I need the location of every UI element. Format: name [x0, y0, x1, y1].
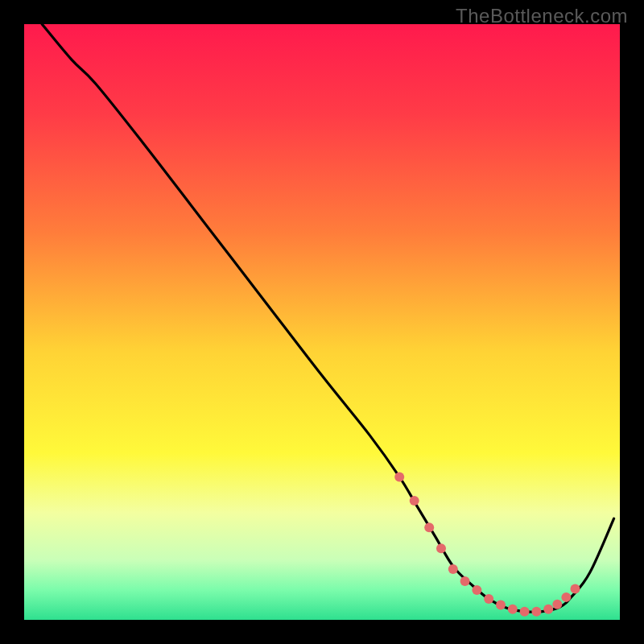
highlight-dot: [496, 601, 506, 610]
chart-frame: TheBottleneck.com: [0, 0, 644, 644]
bottleneck-curve: [42, 24, 613, 612]
highlight-dot: [543, 605, 553, 614]
watermark-text: TheBottleneck.com: [456, 5, 628, 27]
highlight-dot: [410, 496, 419, 506]
highlight-dot: [436, 543, 446, 553]
highlight-dot: [508, 605, 518, 614]
highlight-dot: [552, 600, 562, 609]
highlight-dot: [472, 585, 481, 595]
highlight-dot: [520, 607, 530, 617]
highlight-dot: [448, 564, 458, 574]
plot-area: [24, 24, 620, 620]
highlight-dot: [561, 592, 571, 602]
highlight-dots: [394, 472, 580, 616]
highlight-dot: [394, 472, 404, 481]
highlight-dot: [571, 584, 580, 594]
highlight-dot: [424, 522, 434, 532]
curve-layer: [24, 24, 620, 620]
highlight-dot: [460, 576, 470, 586]
highlight-dot: [531, 607, 541, 617]
highlight-dot: [484, 594, 493, 604]
